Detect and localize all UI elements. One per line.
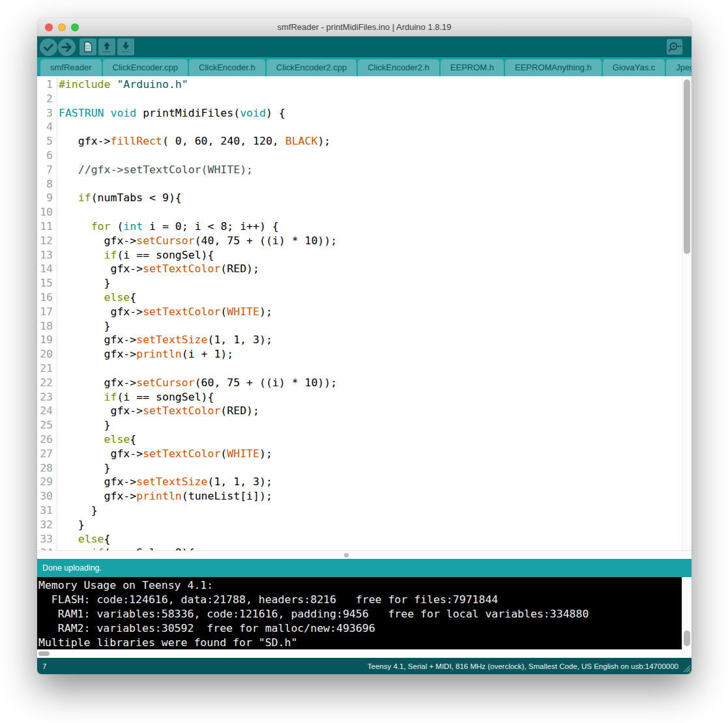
code-line[interactable]: 2 (37, 92, 682, 106)
code-text (57, 177, 59, 191)
code-line[interactable]: 20 gfx->println(i + 1); (37, 347, 682, 362)
console-line: Multiple libraries were found for "SD.h" (38, 636, 681, 649)
code-line[interactable]: 31 } (37, 503, 682, 518)
code-text (57, 205, 59, 220)
resize-grip-icon[interactable] (682, 664, 691, 673)
code-line[interactable]: 22 gfx->setCursor(60, 75 + ((i) * 10)); (37, 376, 682, 390)
code-line[interactable]: 11 for (int i = 0; i < 8; i++) { (37, 220, 682, 234)
line-number: 28 (37, 461, 57, 475)
code-line[interactable]: 24 gfx->setTextColor(RED); (37, 404, 682, 418)
line-number: 22 (37, 376, 57, 390)
code-line[interactable]: 4 (37, 120, 682, 134)
editor-horizontal-scrollbar-dot[interactable] (344, 553, 349, 558)
line-number: 19 (37, 333, 57, 347)
code-line[interactable]: 14 gfx->setTextColor(RED); (37, 262, 682, 276)
close-button[interactable] (45, 23, 53, 31)
code-line[interactable]: 28 } (37, 461, 682, 475)
code-text: #include "Arduino.h" (57, 78, 188, 92)
line-number: 10 (37, 205, 57, 220)
console-horizontal-scrollbar-thumb[interactable] (38, 651, 50, 656)
open-up-arrow-icon (98, 38, 115, 55)
code-line[interactable]: 15 } (37, 276, 682, 291)
console-scrollbar-thumb[interactable] (684, 631, 690, 646)
code-line[interactable]: 1#include "Arduino.h" (37, 78, 682, 92)
save-sketch-button[interactable] (117, 38, 134, 55)
line-number: 11 (37, 220, 57, 234)
zoom-button[interactable] (71, 23, 79, 31)
code-line[interactable]: 32 } (37, 518, 682, 532)
code-line[interactable]: 17 gfx->setTextColor(WHITE); (37, 305, 682, 319)
editor-vertical-scrollbar[interactable] (682, 76, 692, 550)
upload-arrow-icon (58, 38, 76, 56)
code-line[interactable]: 6 (37, 149, 682, 163)
minimize-button[interactable] (58, 23, 66, 31)
serial-monitor-magnifier-icon (667, 39, 682, 55)
tab-clickencoder-h[interactable]: ClickEncoder.h (189, 59, 265, 76)
tab-clickencoder2-h[interactable]: ClickEncoder2.h (358, 59, 439, 76)
new-sketch-button[interactable] (80, 38, 96, 55)
open-sketch-button[interactable] (98, 38, 115, 55)
code-line[interactable]: 21 (37, 362, 682, 376)
tab-clickencoder-cpp[interactable]: ClickEncoder.cpp (103, 59, 188, 76)
code-line[interactable]: 26 else{ (37, 432, 682, 447)
code-lines: 1#include "Arduino.h"23FASTRUN void prin… (37, 76, 682, 550)
code-line[interactable]: 33 else{ (37, 532, 682, 546)
code-line[interactable]: 8 (37, 177, 682, 191)
arduino-ide-window: smfReader - printMidiFiles.ino | Arduino… (37, 18, 692, 674)
verify-button[interactable] (40, 38, 57, 56)
tab-overflow[interactable]: JpegIc.h (666, 59, 692, 76)
code-line[interactable]: 13 if(i == songSel){ (37, 248, 682, 262)
tab-eepromanything-h[interactable]: EEPROMAnything.h (505, 59, 602, 76)
code-text: gfx->setCursor(40, 75 + ((i) * 10)); (57, 234, 337, 248)
code-line[interactable]: 27 gfx->setTextColor(WHITE); (37, 447, 682, 461)
console-line: Memory Usage on Teensy 4.1: (38, 578, 681, 593)
editor-horizontal-scrollbar[interactable] (37, 550, 692, 559)
line-number: 30 (37, 489, 57, 503)
code-line[interactable]: 18 } (37, 319, 682, 333)
line-number: 31 (37, 503, 57, 518)
code-line[interactable]: 23 if(i == songSel){ (37, 390, 682, 404)
code-line[interactable]: 16 else{ (37, 291, 682, 305)
upload-button[interactable] (58, 38, 76, 56)
line-number: 18 (37, 319, 57, 333)
code-line[interactable]: 34 if(songSel > 8){ (37, 546, 682, 550)
line-number: 21 (37, 362, 57, 376)
line-number: 16 (37, 291, 57, 305)
tab-giovayas-c[interactable]: GiovaYas.c (603, 59, 665, 76)
tab-eeprom-h[interactable]: EEPROM.h (441, 59, 504, 76)
code-text: } (57, 276, 110, 291)
console-vertical-scrollbar[interactable] (682, 577, 692, 649)
code-text: if(numTabs < 9){ (57, 191, 182, 205)
code-line[interactable]: 3FASTRUN void printMidiFiles(void) { (37, 106, 682, 120)
line-number: 9 (37, 191, 57, 205)
code-line[interactable]: 10 (37, 205, 682, 220)
code-text: if(i == songSel){ (57, 390, 214, 404)
code-line[interactable]: 30 gfx->println(tuneList[i]); (37, 489, 682, 503)
code-line[interactable]: 5 gfx->fillRect( 0, 60, 240, 120, BLACK)… (37, 134, 682, 149)
console-horizontal-scrollbar[interactable] (37, 649, 692, 658)
line-number: 8 (37, 177, 57, 191)
editor-scrollbar-thumb[interactable] (684, 79, 690, 254)
code-line[interactable]: 19 gfx->setTextSize(1, 1, 3); (37, 333, 682, 347)
tab-label: JpegI (676, 59, 692, 76)
code-text (57, 120, 59, 134)
code-text: } (57, 518, 85, 532)
code-line[interactable]: 7 //gfx->setTextColor(WHITE); (37, 163, 682, 177)
code-line[interactable]: 25 } (37, 418, 682, 432)
code-line[interactable]: 12 gfx->setCursor(40, 75 + ((i) * 10)); (37, 234, 682, 248)
line-number: 1 (37, 78, 57, 92)
line-number: 7 (37, 163, 57, 177)
title-bar: smfReader - printMidiFiles.ino | Arduino… (37, 18, 692, 36)
code-text: gfx->setTextColor(RED); (57, 404, 259, 418)
code-editor[interactable]: 1#include "Arduino.h"23FASTRUN void prin… (37, 76, 692, 550)
code-line[interactable]: 29 gfx->setTextSize(1, 1, 3); (37, 475, 682, 489)
code-text: gfx->println(tuneList[i]); (57, 489, 272, 503)
tab-label: GiovaYas.c (613, 63, 656, 72)
tab-smfreader[interactable]: smfReader (40, 59, 102, 76)
serial-monitor-button[interactable] (667, 39, 682, 55)
tab-label: ClickEncoder.cpp (113, 63, 178, 72)
code-text (57, 362, 59, 376)
toolbar (37, 36, 692, 57)
code-line[interactable]: 9 if(numTabs < 9){ (37, 191, 682, 205)
tab-clickencoder2-cpp[interactable]: ClickEncoder2.cpp (267, 59, 357, 76)
